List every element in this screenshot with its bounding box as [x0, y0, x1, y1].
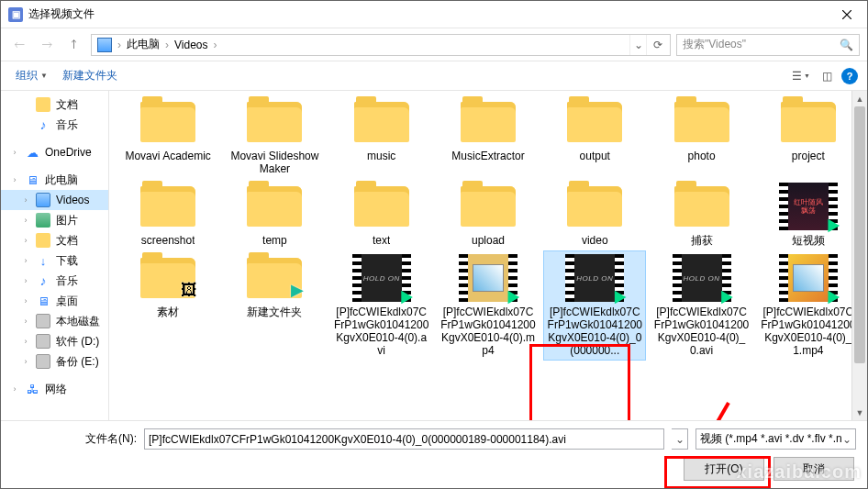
breadcrumb-part[interactable]: Videos: [171, 39, 211, 51]
pc-icon: 🖥: [25, 172, 39, 187]
tree-item[interactable]: ›本地磁盘: [1, 311, 108, 331]
expand-icon: ›: [21, 357, 30, 366]
filetype-combo[interactable]: 视频 (*.mp4 *.avi *.dv *.flv *.n ⌄: [696, 428, 856, 450]
file-item[interactable]: 🖼素材: [117, 250, 219, 361]
tree-item[interactable]: ›🖥桌面: [1, 291, 108, 311]
file-item[interactable]: HOLD ON[P]fcCWIEkdlx07CFrP1wGk01041200Kg…: [651, 250, 753, 361]
filename-label: 文件名(N):: [12, 431, 137, 447]
file-thumbnail: [139, 183, 197, 230]
file-label: photo: [688, 150, 716, 162]
file-item[interactable]: screenshot: [117, 179, 219, 250]
file-item[interactable]: temp: [223, 179, 326, 250]
file-item[interactable]: Movavi Academic: [117, 94, 219, 179]
tree-item-label: OneDrive: [45, 146, 92, 159]
file-item[interactable]: Movavi Slideshow Maker: [223, 94, 326, 179]
file-thumbnail: [352, 98, 411, 146]
expand-icon: ›: [21, 296, 30, 306]
file-label: Movavi Academic: [125, 150, 210, 162]
file-label: music: [367, 150, 395, 162]
tree-item-label: 软件 (D:): [56, 334, 99, 350]
music-icon: ♪: [36, 117, 50, 132]
pic-icon: [36, 213, 50, 228]
file-item[interactable]: project: [757, 94, 860, 179]
back-button[interactable]: 🡐: [8, 34, 30, 56]
file-item[interactable]: HOLD ON[P]fcCWIEkdlx07CFrP1wGk01041200Kg…: [330, 250, 433, 361]
file-label: upload: [472, 234, 505, 247]
forward-button[interactable]: 🡒: [36, 34, 58, 56]
view-mode-button[interactable]: ☰▼: [790, 65, 812, 87]
tree-item[interactable]: ›☁OneDrive: [1, 142, 108, 162]
address-dropdown[interactable]: ⌄: [629, 35, 646, 55]
filename-input[interactable]: [144, 428, 664, 450]
search-icon: 🔍: [840, 39, 853, 51]
scroll-down-button[interactable]: ▼: [852, 405, 867, 420]
tree-item-label: 音乐: [56, 273, 78, 289]
file-thumbnail: [565, 183, 624, 230]
file-label: text: [373, 234, 390, 247]
file-label: video: [582, 234, 608, 247]
file-thumbnail: [673, 98, 731, 146]
up-button[interactable]: 🡑: [63, 34, 85, 56]
disk-icon: [36, 354, 50, 369]
tree-item-label: Videos: [56, 194, 89, 206]
tree-item[interactable]: ›图片: [1, 210, 108, 230]
chevron-down-icon: ▼: [40, 72, 48, 80]
file-item[interactable]: [P]fcCWIEkdlx07CFrP1wGk01041200KgvX0E010…: [757, 250, 860, 361]
file-item[interactable]: ▶新建文件夹: [223, 250, 326, 361]
new-folder-button[interactable]: 新建文件夹: [57, 66, 123, 85]
file-thumbnail: [459, 254, 517, 302]
organize-button[interactable]: 组织▼: [10, 66, 53, 85]
tree-item[interactable]: ›🖥此电脑: [1, 170, 108, 190]
tree-item-label: 文档: [56, 97, 78, 113]
scroll-thumb[interactable]: [854, 106, 865, 363]
tree-item-label: 此电脑: [45, 172, 78, 188]
file-thumbnail: ▶: [245, 254, 304, 302]
video-icon: [36, 193, 50, 207]
expand-icon: ›: [10, 148, 19, 157]
file-label: 短视频: [792, 234, 825, 247]
file-label: [P]fcCWIEkdlx07CFrP1wGk01041200KgvX0E010…: [654, 306, 750, 357]
tree-item[interactable]: ›软件 (D:): [1, 331, 108, 351]
tree-item[interactable]: ›♪音乐: [1, 115, 108, 135]
file-item[interactable]: [P]fcCWIEkdlx07CFrP1wGk01041200KgvX0E010…: [437, 250, 540, 361]
vertical-scrollbar[interactable]: ▲ ▼: [851, 91, 867, 420]
file-label: [P]fcCWIEkdlx07CFrP1wGk01041200KgvX0E010…: [440, 306, 536, 357]
tree-item[interactable]: ›↓下载: [1, 250, 108, 271]
breadcrumb-part[interactable]: 此电脑: [123, 37, 163, 52]
file-item[interactable]: output: [543, 94, 646, 179]
file-item[interactable]: MusicExtractor: [437, 94, 540, 179]
file-item[interactable]: 捕获: [651, 179, 753, 250]
address-bar[interactable]: › 此电脑 › Videos › ⌄ ⟳: [91, 34, 671, 56]
tree-item-label: 备份 (E:): [56, 354, 99, 370]
search-input[interactable]: 搜索"Videos" 🔍: [676, 34, 860, 56]
file-item[interactable]: 红叶随风飘荡短视频: [757, 179, 860, 250]
scroll-up-button[interactable]: ▲: [852, 91, 867, 106]
file-item[interactable]: music: [330, 94, 433, 179]
footer: 文件名(N): ⌄ 视频 (*.mp4 *.avi *.dv *.flv *.n…: [1, 421, 867, 488]
file-item[interactable]: text: [330, 179, 433, 250]
file-item[interactable]: video: [543, 179, 646, 250]
filename-dropdown[interactable]: ⌄: [672, 428, 688, 450]
expand-icon: ›: [21, 256, 30, 265]
scroll-track[interactable]: [852, 106, 867, 405]
file-item[interactable]: upload: [437, 179, 540, 250]
close-button[interactable]: [826, 1, 867, 28]
disk-icon: [36, 314, 50, 328]
expand-icon: ›: [21, 276, 30, 285]
app-icon: ▣: [8, 7, 23, 22]
file-item[interactable]: photo: [651, 94, 753, 179]
tree-item[interactable]: ›🖧网络: [1, 379, 108, 399]
tree-item[interactable]: ›文档: [1, 94, 108, 115]
tree-item[interactable]: ›Videos: [1, 190, 108, 210]
tree-item[interactable]: ›文档: [1, 230, 108, 250]
tree-item[interactable]: ›♪音乐: [1, 271, 108, 291]
preview-pane-button[interactable]: ◫: [816, 65, 838, 87]
expand-icon: ›: [21, 216, 30, 225]
down-icon: ↓: [36, 253, 50, 268]
refresh-button[interactable]: ⟳: [646, 35, 668, 55]
tree-item[interactable]: ›备份 (E:): [1, 351, 108, 372]
nav-row: 🡐 🡒 🡑 › 此电脑 › Videos › ⌄ ⟳ 搜索"Videos" 🔍: [1, 28, 867, 61]
file-item[interactable]: HOLD ON[P]fcCWIEkdlx07CFrP1wGk01041200Kg…: [543, 250, 646, 361]
tree-item-label: 音乐: [56, 117, 78, 133]
help-icon[interactable]: ?: [841, 68, 858, 84]
